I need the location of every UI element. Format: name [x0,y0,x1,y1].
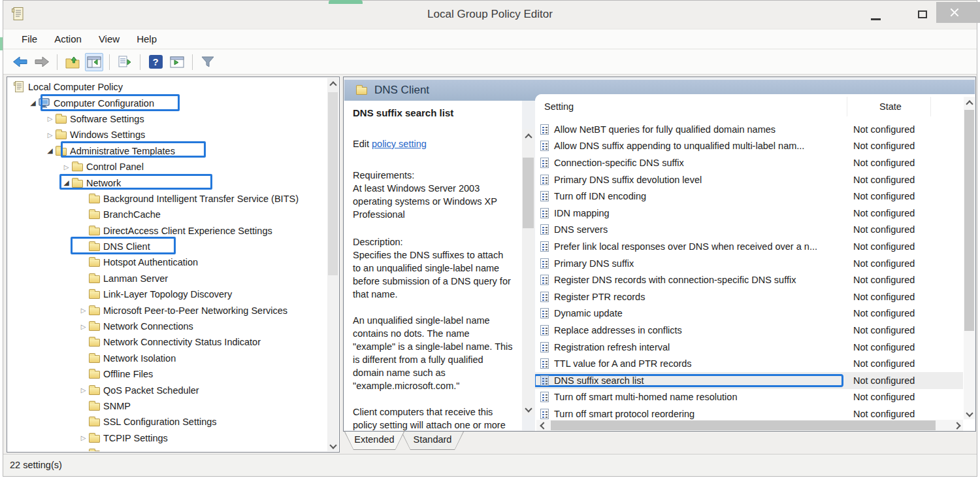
tree-item-dns-client[interactable]: DNS Client [8,239,327,254]
chevron-expanded-icon[interactable]: ◢ [61,179,72,187]
help-icon[interactable]: ? [146,53,165,71]
toolbar: ? [3,50,977,75]
maximize-button[interactable] [918,10,927,18]
tree-item-administrative-templates[interactable]: ◢ Administrative Templates [8,143,327,159]
back-icon[interactable] [11,53,29,71]
tree-item-computer-configuration[interactable]: ◢ Computer Configuration [8,95,327,111]
tree-item-label: Windows Settings [70,129,145,140]
scroll-up-icon[interactable] [523,130,534,141]
tree-item-local-computer-policy[interactable]: Local Computer Policy [8,79,327,95]
scroll-right-icon[interactable] [952,420,963,431]
setting-row[interactable]: Turn off IDN encodingNot configured [535,188,963,205]
tree-item-windows-settings[interactable]: ▷ Windows Settings [8,127,327,143]
tree-item-bits[interactable]: Background Intelligent Transfer Service … [8,191,327,207]
scrollbar-thumb[interactable] [328,92,338,275]
tree-item-branchcache[interactable]: BranchCache [8,207,327,222]
edit-policy-setting-link[interactable]: policy setting [372,139,427,149]
tree-item-network[interactable]: ◢ Network [8,175,327,190]
setting-row[interactable]: Prefer link local responses over DNS whe… [535,238,963,255]
edit-policy-row: Edit policy setting [353,137,514,150]
scrollbar-thumb[interactable] [551,420,936,430]
scrollbar-thumb[interactable] [964,110,974,331]
menu-file[interactable]: File [22,33,37,44]
column-separator[interactable] [930,97,931,116]
setting-row[interactable]: Connection-specific DNS suffixNot config… [535,154,963,171]
tree-item-software-settings[interactable]: ▷ Software Settings [8,111,327,127]
up-one-level-icon[interactable] [63,53,82,71]
chevron-expanded-icon[interactable]: ◢ [27,99,39,107]
tab-extended[interactable]: Extended [344,432,404,450]
setting-row[interactable]: Replace addresses in conflictsNot config… [535,322,963,339]
chevron-collapsed-icon[interactable]: ▷ [78,434,89,441]
tree-item-peer-to-peer[interactable]: ▷ Microsoft Peer-to-Peer Networking Serv… [8,302,327,318]
scroll-down-icon[interactable] [964,408,975,419]
setting-row[interactable]: Turn off smart protocol reorderingNot co… [535,405,963,419]
column-header-state[interactable]: State [879,101,902,112]
tree-item-qos[interactable]: ▷ QoS Packet Scheduler [8,382,327,398]
policy-icon [540,275,549,285]
column-separator[interactable] [847,97,847,116]
chevron-collapsed-icon[interactable]: ▷ [78,386,89,394]
setting-row[interactable]: IDN mappingNot configured [535,205,963,222]
chevron-collapsed-icon[interactable]: ▷ [44,115,56,122]
scroll-up-icon[interactable] [327,78,338,89]
menu-action[interactable]: Action [54,33,82,44]
status-bar: 22 setting(s) [3,454,977,476]
tree-item-offline-files[interactable]: Offline Files [8,366,327,382]
close-button[interactable] [936,2,980,23]
tree-item-network-isolation[interactable]: Network Isolation [8,351,327,366]
tree-item-link-layer-topology-discovery[interactable]: Link-Layer Topology Discovery [8,286,327,302]
policy-icon [540,375,549,386]
chevron-expanded-icon[interactable]: ◢ [44,146,56,155]
menu-help[interactable]: Help [137,33,157,44]
chevron-collapsed-icon[interactable]: ▷ [44,131,56,139]
tree-item-hotspot-authentication[interactable]: Hotspot Authentication [8,254,327,270]
setting-row[interactable]: TTL value for A and PTR recordsNot confi… [535,355,963,372]
column-header-setting[interactable]: Setting [544,101,574,112]
setting-row[interactable]: Primary DNS suffix devolution levelNot c… [535,171,963,188]
setting-row[interactable]: Primary DNS suffixNot configured [535,255,963,272]
title-bar: Local Group Policy Editor [3,1,977,29]
setting-row[interactable]: Dynamic updateNot configured [535,305,963,322]
description-scrollbar[interactable] [522,129,534,415]
chevron-collapsed-icon[interactable]: ▷ [78,307,89,314]
folder-icon [89,355,100,363]
tree-item-directaccess[interactable]: DirectAccess Client Experience Settings [8,223,327,239]
setting-row[interactable]: DNS serversNot configured [535,222,963,239]
menu-view[interactable]: View [99,33,120,44]
list-horizontal-scrollbar[interactable] [536,420,963,431]
chevron-collapsed-icon[interactable]: ▷ [61,163,72,171]
tree-scrollbar[interactable] [327,78,338,451]
toolbar-separator [140,54,140,70]
show-console-tree-icon[interactable] [85,53,103,71]
tree-item-tcpip-settings[interactable]: ▷ TCPIP Settings [8,430,327,446]
setting-row[interactable]: Registration refresh intervalNot configu… [535,339,963,356]
show-properties-icon[interactable] [168,53,186,71]
tree-item-ssl-configuration-settings[interactable]: SSL Configuration Settings [8,414,327,430]
forward-icon[interactable] [33,53,51,71]
scroll-up-icon[interactable] [964,97,975,108]
scrollbar-thumb[interactable] [523,158,534,228]
tree-item-snmp[interactable]: SNMP [8,398,327,414]
minimize-button[interactable] [871,18,881,20]
list-vertical-scrollbar[interactable] [964,97,975,419]
scroll-left-icon[interactable] [536,420,547,431]
tab-standard[interactable]: Standard [401,432,464,450]
setting-row-dns-suffix-search-list[interactable]: DNS suffix search listNot configured [535,372,963,389]
setting-state: Not configured [853,208,915,218]
export-list-icon[interactable] [116,53,134,71]
tree-item-lanman-server[interactable]: Lanman Server [8,271,327,286]
setting-row[interactable]: Allow NetBT queries for fully qualified … [535,121,963,138]
scroll-down-icon[interactable] [327,440,338,451]
scroll-down-icon[interactable] [523,403,534,415]
chevron-collapsed-icon[interactable]: ▷ [78,323,89,330]
setting-row[interactable]: Turn off smart multi-homed name resoluti… [535,389,963,406]
tree-item-ncsi[interactable]: Network Connectivity Status Indicator [8,334,327,350]
setting-row[interactable]: Allow DNS suffix appending to unqualifie… [535,138,963,155]
filter-icon[interactable] [199,53,217,71]
setting-row[interactable]: Register PTR recordsNot configured [535,288,963,305]
setting-row[interactable]: Register DNS records with connection-spe… [535,271,963,288]
tree-item-network-connections[interactable]: ▷ Network Connections [8,318,327,334]
folder-icon [89,451,100,451]
tree-item-control-panel[interactable]: ▷ Control Panel [8,159,327,175]
